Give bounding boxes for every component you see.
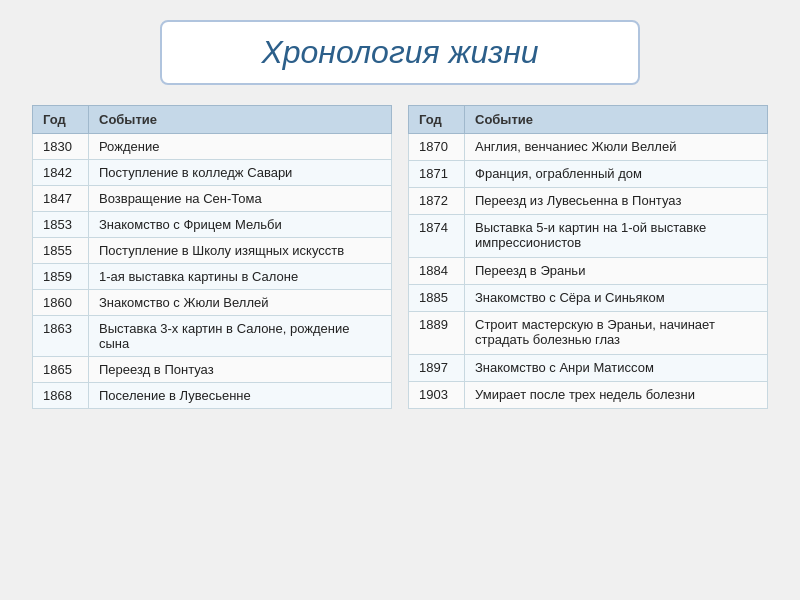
year-cell: 1859 xyxy=(33,264,89,290)
year-cell: 1872 xyxy=(409,188,465,215)
event-cell: Знакомство с Жюли Веллей xyxy=(89,290,392,316)
right-table: Год Событие 1870Англия, венчаниес Жюли В… xyxy=(408,105,768,409)
event-cell: Выставка 5-и картин на 1-ой выставке имп… xyxy=(465,215,768,258)
event-cell: 1-ая выставка картины в Салоне xyxy=(89,264,392,290)
table-row: 1868Поселение в Лувесьенне xyxy=(33,383,392,409)
event-cell: Переезд в Эраньи xyxy=(465,257,768,284)
table-row: 1855Поступление в Школу изящных искусств xyxy=(33,238,392,264)
table-row: 1889Строит мастерскую в Эраньи, начинает… xyxy=(409,312,768,355)
event-cell: Поступление в колледж Савари xyxy=(89,160,392,186)
page-title: Хронология жизни xyxy=(261,34,538,70)
table-row: 1884Переезд в Эраньи xyxy=(409,257,768,284)
right-header-year: Год xyxy=(409,106,465,134)
left-header-event: Событие xyxy=(89,106,392,134)
year-cell: 1865 xyxy=(33,357,89,383)
table-row: 1897Знакомство с Анри Матиссом xyxy=(409,354,768,381)
table-row: 1830Рождение xyxy=(33,134,392,160)
event-cell: Переезд в Понтуаз xyxy=(89,357,392,383)
table-row: 1860Знакомство с Жюли Веллей xyxy=(33,290,392,316)
event-cell: Знакомство с Анри Матиссом xyxy=(465,354,768,381)
right-header-event: Событие xyxy=(465,106,768,134)
event-cell: Поселение в Лувесьенне xyxy=(89,383,392,409)
table-row: 1872Переезд из Лувесьенна в Понтуаз xyxy=(409,188,768,215)
event-cell: Выставка 3-х картин в Салоне, рождение с… xyxy=(89,316,392,357)
year-cell: 1863 xyxy=(33,316,89,357)
year-cell: 1884 xyxy=(409,257,465,284)
event-cell: Франция, ограбленный дом xyxy=(465,161,768,188)
year-cell: 1871 xyxy=(409,161,465,188)
table-row: 18591-ая выставка картины в Салоне xyxy=(33,264,392,290)
table-row: 1903Умирает после трех недель болезни xyxy=(409,381,768,408)
year-cell: 1842 xyxy=(33,160,89,186)
table-row: 1871Франция, ограбленный дом xyxy=(409,161,768,188)
year-cell: 1847 xyxy=(33,186,89,212)
year-cell: 1885 xyxy=(409,285,465,312)
event-cell: Переезд из Лувесьенна в Понтуаз xyxy=(465,188,768,215)
event-cell: Строит мастерскую в Эраньи, начинает стр… xyxy=(465,312,768,355)
event-cell: Возвращение на Сен-Тома xyxy=(89,186,392,212)
event-cell: Знакомство с Фрицем Мельби xyxy=(89,212,392,238)
event-cell: Англия, венчаниес Жюли Веллей xyxy=(465,134,768,161)
year-cell: 1897 xyxy=(409,354,465,381)
year-cell: 1889 xyxy=(409,312,465,355)
left-table: Год Событие 1830Рождение1842Поступление … xyxy=(32,105,392,409)
year-cell: 1870 xyxy=(409,134,465,161)
table-row: 1863Выставка 3-х картин в Салоне, рожден… xyxy=(33,316,392,357)
left-header-year: Год xyxy=(33,106,89,134)
year-cell: 1855 xyxy=(33,238,89,264)
table-row: 1870Англия, венчаниес Жюли Веллей xyxy=(409,134,768,161)
title-box: Хронология жизни xyxy=(160,20,640,85)
table-row: 1842Поступление в колледж Савари xyxy=(33,160,392,186)
table-row: 1874Выставка 5-и картин на 1-ой выставке… xyxy=(409,215,768,258)
year-cell: 1860 xyxy=(33,290,89,316)
year-cell: 1830 xyxy=(33,134,89,160)
table-row: 1865Переезд в Понтуаз xyxy=(33,357,392,383)
year-cell: 1903 xyxy=(409,381,465,408)
year-cell: 1874 xyxy=(409,215,465,258)
table-row: 1853Знакомство с Фрицем Мельби xyxy=(33,212,392,238)
year-cell: 1853 xyxy=(33,212,89,238)
event-cell: Знакомство с Сёра и Синьяком xyxy=(465,285,768,312)
event-cell: Поступление в Школу изящных искусств xyxy=(89,238,392,264)
tables-container: Год Событие 1830Рождение1842Поступление … xyxy=(20,105,780,409)
event-cell: Умирает после трех недель болезни xyxy=(465,381,768,408)
event-cell: Рождение xyxy=(89,134,392,160)
table-row: 1847Возвращение на Сен-Тома xyxy=(33,186,392,212)
year-cell: 1868 xyxy=(33,383,89,409)
table-row: 1885Знакомство с Сёра и Синьяком xyxy=(409,285,768,312)
